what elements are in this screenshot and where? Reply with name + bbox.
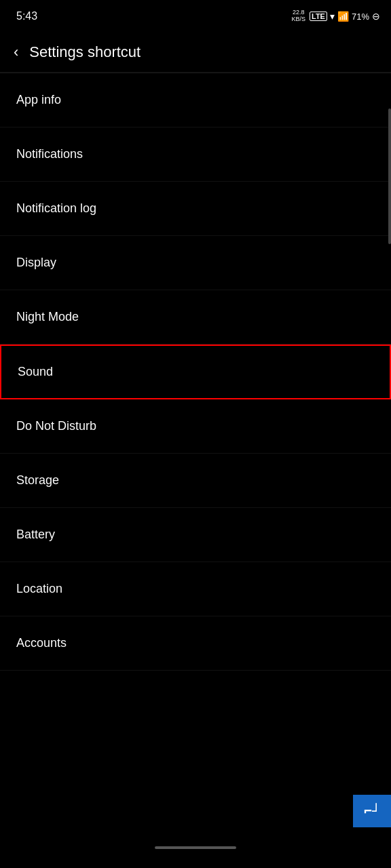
page-title: Settings shortcut: [29, 43, 141, 61]
menu-item-label-notification-log: Notification log: [16, 201, 96, 216]
bottom-navigation: [0, 827, 391, 868]
menu-item-label-storage: Storage: [16, 473, 59, 488]
status-time: 5:43: [16, 10, 37, 22]
menu-item-label-night-mode: Night Mode: [16, 310, 79, 324]
settings-menu-list: App infoNotificationsNotification logDis…: [0, 73, 391, 671]
corner-watermark: ⌐┘: [353, 795, 391, 827]
wifi-icon: ▾: [330, 11, 335, 22]
menu-item-display[interactable]: Display: [0, 236, 391, 290]
menu-item-label-battery: Battery: [16, 528, 55, 542]
menu-item-label-do-not-disturb: Do Not Disturb: [16, 419, 96, 433]
menu-item-night-mode[interactable]: Night Mode: [0, 290, 391, 344]
scrollbar[interactable]: [388, 108, 391, 244]
menu-item-battery[interactable]: Battery: [0, 508, 391, 562]
watermark-text: ⌐┘: [364, 803, 380, 819]
menu-item-storage[interactable]: Storage: [0, 454, 391, 508]
menu-item-notification-log[interactable]: Notification log: [0, 182, 391, 236]
menu-item-label-display: Display: [16, 256, 56, 270]
menu-item-label-location: Location: [16, 582, 62, 596]
data-speed-indicator: 22.8 KB/S: [291, 9, 305, 23]
volte-icon: LTE: [310, 12, 327, 21]
menu-item-label-notifications: Notifications: [16, 147, 83, 161]
menu-item-label-app-info: App info: [16, 93, 61, 107]
menu-item-do-not-disturb[interactable]: Do Not Disturb: [0, 399, 391, 454]
status-bar: 5:43 22.8 KB/S LTE ▾ 📶 71% ⊖: [0, 0, 391, 33]
menu-item-sound[interactable]: Sound: [0, 344, 391, 399]
home-indicator: [155, 846, 236, 849]
dnd-icon: ⊖: [372, 11, 380, 22]
menu-item-notifications[interactable]: Notifications: [0, 127, 391, 182]
menu-item-label-sound: Sound: [18, 365, 53, 379]
battery-indicator: 71%: [352, 12, 369, 22]
back-button[interactable]: ‹: [14, 45, 18, 60]
signal-icon: 📶: [337, 11, 349, 22]
status-icons: 22.8 KB/S LTE ▾ 📶 71% ⊖: [291, 9, 380, 23]
menu-item-accounts[interactable]: Accounts: [0, 616, 391, 671]
menu-item-location[interactable]: Location: [0, 562, 391, 616]
menu-item-label-accounts: Accounts: [16, 636, 67, 650]
menu-item-app-info[interactable]: App info: [0, 73, 391, 127]
page-header: ‹ Settings shortcut: [0, 33, 391, 73]
